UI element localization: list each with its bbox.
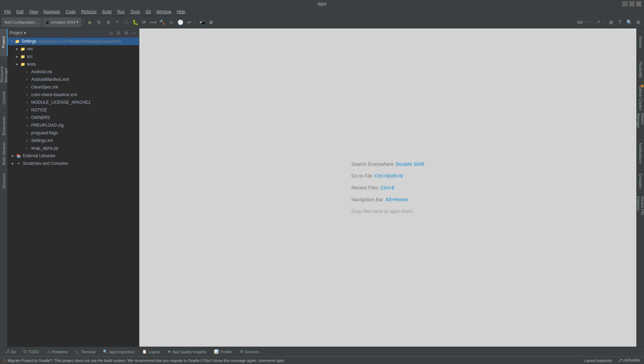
- tree-item-ext-libs[interactable]: ▶ 📚 External Libraries: [8, 152, 139, 160]
- owners-icon: ▪: [24, 115, 30, 120]
- attach-debugger-button[interactable]: 🐛: [131, 18, 139, 26]
- tree-item-color-check[interactable]: ▪ color-check-baseline.xml: [8, 91, 139, 99]
- tree-item-owners[interactable]: ▪ OWNERS: [8, 114, 139, 121]
- branch-name: c645a994: [623, 358, 640, 362]
- bottom-tab-services[interactable]: ⚙ Services: [236, 347, 263, 356]
- right-tab-device-manager[interactable]: Device Manager: [637, 112, 644, 139]
- tree-item-res[interactable]: ▶ 📁 res: [8, 45, 139, 53]
- stop-button[interactable]: ■: [167, 18, 175, 26]
- revert-button[interactable]: ↩: [185, 18, 193, 26]
- bottom-tab-logcat[interactable]: 📋 Logcat: [139, 347, 163, 356]
- git-status: Git: ✓ ✓ ↑ ↗: [575, 20, 602, 24]
- tree-item-wrap-alpha[interactable]: ▪ wrap_alpha.py: [8, 144, 139, 152]
- translate-button[interactable]: T: [616, 18, 624, 26]
- profile-button[interactable]: ⏱: [122, 18, 130, 26]
- tree-item-android-mk[interactable]: ▪ Android.mk: [8, 68, 139, 76]
- root-arrow: ▼: [10, 40, 15, 43]
- device-manager-button[interactable]: 🖥: [207, 18, 215, 26]
- forward-button[interactable]: ⟹: [149, 18, 157, 26]
- menu-git[interactable]: Git: [143, 9, 154, 15]
- problems-tab-icon: ⚠: [47, 349, 50, 354]
- tree-item-notice[interactable]: ▪ NOTICE: [8, 106, 139, 114]
- git-branch-action[interactable]: ↗: [597, 20, 600, 24]
- src-folder-icon: 📁: [20, 54, 26, 59]
- build-button[interactable]: 🔨: [158, 18, 166, 26]
- right-tab-search[interactable]: Search: [637, 28, 644, 56]
- refresh-button[interactable]: ↻: [95, 18, 103, 26]
- ext-libs-arrow: ▶: [12, 154, 16, 158]
- tree-item-cleanspec[interactable]: ▪ CleanSpec.mk: [8, 83, 139, 91]
- history-button[interactable]: 🕐: [176, 18, 184, 26]
- bottom-tab-git[interactable]: ⎇ Git: [1, 347, 19, 356]
- tree-item-scratches[interactable]: ▶ ✏ Scratches and Consoles: [8, 160, 139, 167]
- settings-toolbar-button[interactable]: ⚙: [634, 18, 642, 26]
- sidebar-item-structure[interactable]: Structure: [0, 167, 8, 195]
- bottom-tab-profiler[interactable]: 📊 Profiler: [210, 347, 236, 356]
- menu-navigate[interactable]: Navigate: [41, 9, 63, 15]
- menu-window[interactable]: Window: [154, 9, 174, 15]
- menu-tools[interactable]: Tools: [128, 9, 143, 15]
- sync-button[interactable]: ⟳: [140, 18, 148, 26]
- emulator-selector[interactable]: 📱 emulator-5554 ▾: [43, 18, 81, 27]
- panel-options[interactable]: ⚙: [123, 30, 129, 36]
- sidebar-item-commit[interactable]: Commit: [0, 84, 8, 112]
- bottom-tab-app-inspection[interactable]: 🔍 App Inspection: [99, 347, 138, 356]
- panel-collapse-all[interactable]: ⊟: [115, 30, 122, 36]
- bottom-tabs-bar: ⎇ Git ☑ TODO ⚠ Problems >_ Terminal 🔍 Ap…: [0, 347, 644, 356]
- panel-dropdown[interactable]: Project ▾: [10, 31, 26, 35]
- device-mirror-button[interactable]: 📲: [198, 18, 206, 26]
- tree-item-settings-iml[interactable]: ▪ Settings.iml: [8, 137, 139, 144]
- right-tab-notifications[interactable]: Notifications: [637, 139, 644, 167]
- sidebar-item-resource-manager[interactable]: Resource Manager: [0, 56, 8, 84]
- right-tab-plantuml[interactable]: PlantUML: [637, 56, 644, 84]
- sidebar-item-project[interactable]: Project: [0, 28, 8, 56]
- layout-inspector-button[interactable]: Layout Inspector: [582, 358, 613, 363]
- stop-run-button[interactable]: ⏹: [104, 18, 112, 26]
- tree-item-preupload[interactable]: ▪ PREUPLOAD.cfg: [8, 121, 139, 129]
- hint-goto-key: Ctrl+Shift+N: [374, 173, 403, 179]
- coverage-button[interactable]: ☂: [113, 18, 121, 26]
- close-button[interactable]: ✕: [636, 1, 641, 6]
- bottom-tab-terminal[interactable]: >_ Terminal: [72, 347, 99, 356]
- add-configuration-button[interactable]: Add Configuration…: [2, 18, 41, 27]
- right-tab-emulator[interactable]: Emulator: [637, 167, 644, 195]
- terminal-toolbar-button[interactable]: ⊞: [607, 18, 615, 26]
- git-branch-status[interactable]: ⎇ c645a994: [616, 358, 641, 363]
- tree-item-src[interactable]: ▶ 📁 src: [8, 53, 139, 60]
- preupload-icon: ▪: [24, 122, 30, 128]
- menu-refactor[interactable]: Refactor: [78, 9, 99, 15]
- toolbar: Add Configuration… 📱 emulator-5554 ▾ ▶ ↻…: [0, 16, 644, 28]
- run-button[interactable]: ▶: [86, 18, 94, 26]
- menu-file[interactable]: File: [1, 9, 14, 15]
- bottom-tab-app-quality[interactable]: ★ App Quality Insights: [164, 347, 210, 356]
- bottom-tab-problems[interactable]: ⚠ Problems: [43, 347, 71, 356]
- tree-item-license[interactable]: ▪ MODULE_LICENSE_APACHE2: [8, 99, 139, 106]
- menu-edit[interactable]: Edit: [14, 9, 26, 15]
- menu-view[interactable]: View: [26, 9, 41, 15]
- tree-item-tests[interactable]: ▶ 📁 tests: [8, 60, 139, 68]
- minimize-button[interactable]: —: [623, 1, 627, 6]
- sidebar-item-build-variants[interactable]: Build Variants: [0, 139, 8, 167]
- menu-run[interactable]: Run: [114, 9, 128, 15]
- root-folder-icon: 📁: [15, 39, 20, 44]
- tree-view[interactable]: ▼ 📁 Settings /media/zjj/Linux2T/Android9…: [8, 37, 139, 347]
- search-toolbar-button[interactable]: 🔍: [625, 18, 633, 26]
- menu-code[interactable]: Code: [63, 9, 78, 15]
- tree-root-settings[interactable]: ▼ 📁 Settings /media/zjj/Linux2T/Android9…: [8, 37, 139, 45]
- ext-libs-icon: 📚: [16, 153, 21, 159]
- app-inspection-tab-label: App Inspection: [109, 350, 134, 354]
- menu-help[interactable]: Help: [174, 9, 188, 15]
- editor-area: Search Everywhere Double Shift Go to Fil…: [139, 28, 636, 347]
- right-tab-copilot[interactable]: GitHub Copilot: [637, 84, 644, 112]
- res-arrow: ▶: [16, 47, 20, 51]
- menu-build[interactable]: Build: [99, 9, 114, 15]
- panel-hide[interactable]: —: [131, 30, 137, 36]
- tree-item-proguard[interactable]: ▪ proguard.flags: [8, 129, 139, 137]
- bottom-tab-todo[interactable]: ☑ TODO: [20, 347, 43, 356]
- sidebar-item-bookmarks[interactable]: Bookmarks: [0, 112, 8, 139]
- right-tab-device-explorer[interactable]: Device File Explorer: [637, 195, 644, 223]
- maximize-button[interactable]: □: [629, 1, 634, 6]
- panel-scroll-from-source[interactable]: ◎: [108, 30, 114, 36]
- scratches-label: Scratches and Consoles: [23, 161, 68, 166]
- tree-item-manifest[interactable]: ▪ AndroidManifest.xml: [8, 76, 139, 83]
